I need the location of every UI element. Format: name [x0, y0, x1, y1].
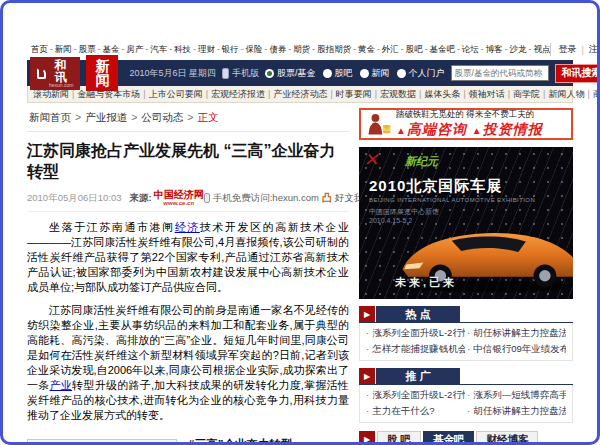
radio-portal[interactable]: 个人门户: [397, 67, 445, 80]
sub-nav-links: 滚动新闻金融与资本市场上市公司要闻宏观经济报道产业经济动态时事要闻宏观数据媒体头…: [33, 88, 600, 101]
source-label: 来源:: [130, 192, 152, 205]
top-nav-link-news[interactable]: 新闻: [55, 44, 79, 54]
hot-section: ▶ 热 点 涨系列全面升级L-2行情 胡任标讲解主力控盘法 怎样才能捕捉赚钱机会…: [359, 306, 573, 361]
consulting-ad-line2: ▲高端咨询 ▲投资情报: [396, 121, 543, 139]
subnav-listed-companies[interactable]: 上市公司要闻: [149, 89, 211, 99]
top-nav-link-bank[interactable]: 银行: [222, 44, 246, 54]
auto-show-ad-banner[interactable]: ⨉ 新纪元 2010北京国际车展 BEIJING INTERNATIONAL A…: [359, 147, 573, 299]
hot-link-3[interactable]: 怎样才能捕捉赚钱机会: [366, 343, 465, 356]
top-nav-link-futures[interactable]: 期货: [293, 44, 317, 54]
consulting-ad-text: 踏破铁鞋无觅处的 得来全不费工夫的 ▲高端咨询 ▲投资情报: [396, 109, 543, 139]
radio-dot-icon: [323, 69, 332, 78]
subnav-business-school[interactable]: 商学院: [513, 89, 548, 99]
promo-link-2[interactable]: 涨系列—短线博弈高手: [467, 389, 566, 402]
mobile-access-text: 手机免费访问:hexun.com: [213, 192, 319, 205]
breadcrumb-current: 正文: [197, 111, 218, 123]
promo-link-4[interactable]: 胡任标讲解主力控盘法: [467, 405, 566, 418]
article-meta: 2010年05月06日10:03 来源: 中国经济网 www.ce.cn 手机免…: [27, 190, 349, 212]
promo-link-1[interactable]: 涨系列全面升级L-2行情: [366, 389, 465, 402]
triangle-icon: ▲: [472, 125, 483, 136]
top-nav-link-jijinba[interactable]: 基金吧: [430, 44, 462, 54]
hot-link-4[interactable]: 中信银行09年业绩发布: [467, 343, 566, 356]
auth-separator: |: [581, 45, 583, 55]
hot-link-2[interactable]: 胡任标讲解主力控盘法: [467, 327, 566, 340]
tab-jijinba[interactable]: 基金吧: [423, 431, 475, 445]
top-nav-link-insurance[interactable]: 保险: [246, 44, 270, 54]
breadcrumb-company-news[interactable]: 公司动态: [141, 111, 197, 123]
subnav-business-insight[interactable]: 商业透视: [593, 89, 600, 99]
content-area: 新闻首页产业报道公司动态正文 江苏同康抢占产业发展先机 “三高”企业奋力转型 2…: [3, 108, 597, 445]
top-nav-link-salon[interactable]: 沙龙: [510, 44, 534, 54]
tab-finance-blog[interactable]: 财经博客: [476, 431, 538, 445]
hexun-logo[interactable]: 和讯 hexun.com: [30, 57, 80, 90]
subnav-current-affairs[interactable]: 时事要闻: [336, 89, 380, 99]
top-nav-link-auto[interactable]: 汽车: [150, 44, 174, 54]
login-link[interactable]: 登录: [558, 43, 576, 56]
article-column: 新闻首页产业报道公司动态正文 江苏同康抢占产业发展先机 “三高”企业奋力转型 2…: [27, 108, 349, 445]
expo-logo-icon: ⨉: [365, 152, 379, 168]
inline-link-economy[interactable]: 经济: [175, 221, 200, 233]
mobile-version-link[interactable]: 手机版: [222, 67, 259, 80]
top-nav-link-money[interactable]: 理财: [198, 44, 222, 54]
subnav-finance-capital[interactable]: 金融与资本市场: [77, 89, 148, 99]
top-nav-link-home[interactable]: 首页: [31, 44, 55, 54]
article-time: 2010年05月06日10:03: [27, 192, 122, 205]
tab-guba[interactable]: 股 吧: [377, 431, 421, 445]
auth-links: 登录 | 注册: [550, 43, 600, 56]
thumb-up-icon: 凸: [322, 191, 332, 205]
subnav-industry-economy[interactable]: 产业经济动态: [273, 89, 335, 99]
auto-show-title: 2010北京国际车展: [369, 177, 502, 196]
hot-link-1[interactable]: 涨系列全面升级L-2行情: [366, 327, 465, 340]
top-nav-link-viewpoint[interactable]: 视点: [533, 44, 550, 54]
register-link[interactable]: 注册: [589, 43, 600, 56]
inline-link-industry[interactable]: 产业: [50, 379, 73, 391]
top-nav-link-guba[interactable]: 股吧: [406, 44, 430, 54]
subnav-leader-dialogue[interactable]: 领袖对话: [469, 89, 513, 99]
breadcrumb-industry-report[interactable]: 产业报道: [85, 111, 141, 123]
search-button[interactable]: 和讯搜索: [555, 64, 600, 83]
subnav-media-headlines[interactable]: 媒体头条: [424, 89, 468, 99]
sidebar: 踏破铁鞋无觅处的 得来全不费工夫的 ▲高端咨询 ▲投资情报 ⨉ 新纪元 2010…: [359, 108, 573, 445]
breadcrumb: 新闻首页产业报道公司动态正文: [27, 108, 349, 132]
top-nav-link-indexfutures[interactable]: 股指期货: [317, 44, 358, 54]
phone-icon-small: [204, 193, 210, 203]
recommended-reading-header: 推荐阅读: [28, 440, 176, 445]
search-input[interactable]: [451, 65, 549, 81]
community-tabs: ▶ 股 吧 基金吧 财经博客: [359, 431, 573, 445]
top-nav-link-blog[interactable]: 博客: [486, 44, 510, 54]
phone-icon: [222, 68, 229, 79]
subnav-news-people[interactable]: 新闻人物: [548, 89, 592, 99]
top-nav-link-gold[interactable]: 黄金: [358, 44, 382, 54]
top-nav-link-forex[interactable]: 外汇: [382, 44, 406, 54]
recommended-reading-box: 推荐阅读 北京车展十大 绝色美女车模: [27, 439, 177, 445]
promo-section-header: ▶ 推 广: [359, 368, 573, 385]
top-nav-link-stocks[interactable]: 股票: [79, 44, 103, 54]
radio-stock-fund[interactable]: 股票/基金: [265, 67, 316, 80]
radio-news[interactable]: 新闻: [360, 67, 390, 80]
search-scope-radios: 股票/基金 股吧 新闻 个人门户: [265, 67, 445, 80]
arrow-right-icon: ▶: [359, 368, 375, 384]
auto-show-tag: 新纪元: [405, 154, 438, 169]
promo-link-3[interactable]: 主力在干什么?: [366, 405, 465, 418]
arrow-right-icon: ▶: [359, 306, 375, 322]
top-nav-link-funds[interactable]: 基金: [103, 44, 127, 54]
top-nav-link-bonds[interactable]: 债券: [269, 44, 293, 54]
radio-guba[interactable]: 股吧: [323, 67, 353, 80]
article-paragraph-2: 江苏同康活性炭纤维有限公司的前身是南通一家名不见经传的纺织染整企业,主要从事纺织…: [27, 303, 349, 423]
top-nav-link-forum[interactable]: 论坛: [462, 44, 486, 54]
subnav-macro-data[interactable]: 宏观数据: [380, 89, 424, 99]
top-nav-link-tech[interactable]: 科技: [174, 44, 198, 54]
hexun-news-page: 首页新闻股票基金房产汽车科技理财银行保险债券期货股指期货黄金外汇股吧基金吧论坛博…: [0, 0, 600, 445]
radio-dot-selected-icon: [265, 69, 274, 78]
consultant-person-icon: [365, 111, 391, 137]
subnav-rolling-news[interactable]: 滚动新闻: [33, 89, 77, 99]
header-date: 2010年5月6日 星期四: [129, 67, 216, 80]
top-nav-link-realestate[interactable]: 房产: [126, 44, 150, 54]
source-logo[interactable]: 中国经济网 www.ce.cn: [154, 190, 204, 206]
breadcrumb-news-home[interactable]: 新闻首页: [29, 111, 85, 123]
consulting-ad-banner[interactable]: 踏破铁鞋无觅处的 得来全不费工夫的 ▲高端咨询 ▲投资情报: [359, 108, 573, 140]
hot-section-title: 热 点: [376, 306, 460, 322]
subnav-macro-economy[interactable]: 宏观经济报道: [211, 89, 273, 99]
radio-dot-icon: [360, 69, 369, 78]
news-section-logo[interactable]: 新闻: [86, 55, 118, 91]
